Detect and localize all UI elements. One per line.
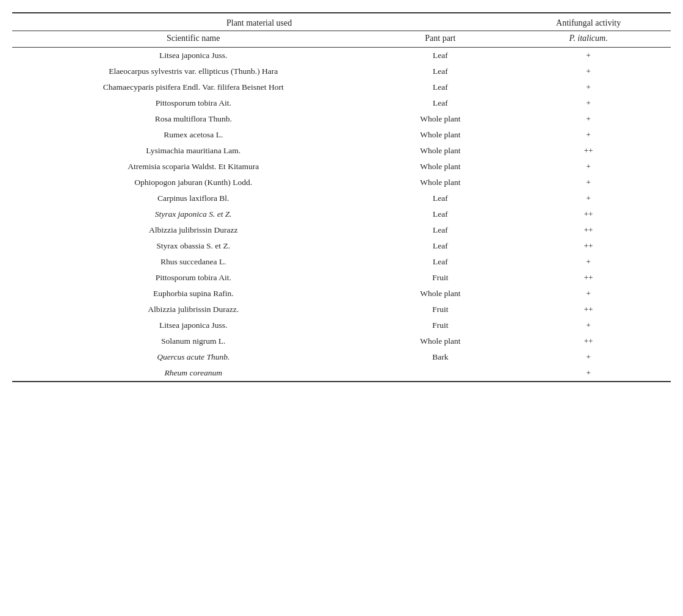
plant-part-cell: Whole plant — [374, 333, 506, 349]
plant-part-cell: Whole plant — [374, 286, 506, 302]
plant-part-cell: Fruit — [374, 270, 506, 286]
scientific-name-cell: Carpinus laxiflora Bl. — [12, 190, 374, 206]
scientific-name-cell: Atremisia scoparia Waldst. Et Kitamura — [12, 159, 374, 175]
table-row: Pittosporum tobira Ait.Fruit++ — [12, 270, 671, 286]
scientific-name-cell: Rumex acetosa L. — [12, 127, 374, 143]
table-footer — [12, 381, 671, 382]
plant-part-cell: Leaf — [374, 238, 506, 254]
scientific-name-cell: Lysimachia mauritiana Lam. — [12, 143, 374, 159]
table-body: Litsea japonica Juss.Leaf+Elaeocarpus sy… — [12, 48, 671, 381]
scientific-name-cell: Rosa multiflora Thunb. — [12, 111, 374, 127]
table-row: Pittosporum tobira Ait.Leaf+ — [12, 95, 671, 111]
table-row: Albizzia julibrissin DurazzLeaf++ — [12, 222, 671, 238]
table-row: Litsea japonica Juss.Fruit+ — [12, 317, 671, 333]
activity-cell: + — [506, 159, 671, 175]
table-row: Quercus acute Thunb.Bark+ — [12, 349, 671, 365]
header-row-columns: Scientific name Pant part P. italicum. — [12, 31, 671, 48]
table-row: Lysimachia mauritiana Lam.Whole plant++ — [12, 143, 671, 159]
table-row: Ophiopogon jaburan (Kunth) Lodd.Whole pl… — [12, 175, 671, 190]
scientific-name-cell: Rheum coreanum — [12, 365, 374, 381]
activity-cell: + — [506, 175, 671, 190]
plant-part-cell: Fruit — [374, 317, 506, 333]
table-row: Chamaecyparis pisifera Endl. Var. filife… — [12, 79, 671, 95]
table-row: Rosa multiflora Thunb.Whole plant+ — [12, 111, 671, 127]
table-row: Albizzia julibrissin Durazz.Fruit++ — [12, 302, 671, 317]
activity-cell: ++ — [506, 333, 671, 349]
scientific-name-header: Scientific name — [12, 31, 374, 48]
scientific-name-cell: Pittosporum tobira Ait. — [12, 270, 374, 286]
scientific-name-cell: Litsea japonica Juss. — [12, 48, 374, 63]
plant-part-cell: Bark — [374, 349, 506, 365]
activity-cell: + — [506, 317, 671, 333]
activity-cell: + — [506, 127, 671, 143]
table-row: Atremisia scoparia Waldst. Et KitamuraWh… — [12, 159, 671, 175]
activity-cell: + — [506, 63, 671, 79]
scientific-name-cell: Albizzia julibrissin Durazz. — [12, 302, 374, 317]
activity-cell: + — [506, 48, 671, 63]
scientific-name-cell: Solanum nigrum L. — [12, 333, 374, 349]
table-row: Styrax obassia S. et Z.Leaf++ — [12, 238, 671, 254]
scientific-name-cell: Styrax japonica S. et Z. — [12, 206, 374, 222]
activity-cell: ++ — [506, 302, 671, 317]
scientific-name-cell: Rhus succedanea L. — [12, 254, 374, 270]
scientific-name-cell: Quercus acute Thunb. — [12, 349, 374, 365]
table-row: Solanum nigrum L.Whole plant++ — [12, 333, 671, 349]
plant-part-cell: Leaf — [374, 95, 506, 111]
activity-cell: + — [506, 349, 671, 365]
scientific-name-cell: Ophiopogon jaburan (Kunth) Lodd. — [12, 175, 374, 190]
scientific-name-cell: Styrax obassia S. et Z. — [12, 238, 374, 254]
scientific-name-cell: Elaeocarpus sylvestris var. ellipticus (… — [12, 63, 374, 79]
plant-part-cell: Whole plant — [374, 111, 506, 127]
activity-cell: + — [506, 254, 671, 270]
plant-part-cell — [374, 365, 506, 381]
antifungal-header: Antifungal activity — [506, 13, 671, 31]
activity-cell: + — [506, 365, 671, 381]
activity-cell: ++ — [506, 270, 671, 286]
plant-part-cell: Whole plant — [374, 143, 506, 159]
activity-cell: ++ — [506, 238, 671, 254]
main-table-container: Plant material used Antifungal activity … — [12, 12, 671, 382]
plant-part-cell: Whole plant — [374, 127, 506, 143]
table-row: Litsea japonica Juss.Leaf+ — [12, 48, 671, 63]
table-row: Styrax japonica S. et Z.Leaf++ — [12, 206, 671, 222]
table-row: Rheum coreanum+ — [12, 365, 671, 381]
plant-part-header: Pant part — [374, 31, 506, 48]
activity-cell: ++ — [506, 143, 671, 159]
plant-part-cell: Leaf — [374, 206, 506, 222]
plant-part-cell: Leaf — [374, 63, 506, 79]
plant-part-cell: Leaf — [374, 190, 506, 206]
plant-part-cell: Fruit — [374, 302, 506, 317]
plant-part-cell: Whole plant — [374, 159, 506, 175]
table-row: Rhus succedanea L.Leaf+ — [12, 254, 671, 270]
activity-cell: + — [506, 79, 671, 95]
plant-part-cell: Leaf — [374, 254, 506, 270]
plant-material-header: Plant material used — [12, 13, 506, 31]
plant-part-cell: Leaf — [374, 79, 506, 95]
table-row: Euphorbia supina Rafin.Whole plant+ — [12, 286, 671, 302]
activity-cell: + — [506, 190, 671, 206]
header-row-section: Plant material used Antifungal activity — [12, 13, 671, 31]
activity-cell: + — [506, 286, 671, 302]
activity-cell: ++ — [506, 206, 671, 222]
activity-cell: + — [506, 111, 671, 127]
plant-part-cell: Whole plant — [374, 175, 506, 190]
activity-header: P. italicum. — [506, 31, 671, 48]
table-row: Rumex acetosa L.Whole plant+ — [12, 127, 671, 143]
data-table: Plant material used Antifungal activity … — [12, 13, 671, 382]
scientific-name-cell: Euphorbia supina Rafin. — [12, 286, 374, 302]
plant-part-cell: Leaf — [374, 48, 506, 63]
activity-cell: ++ — [506, 222, 671, 238]
activity-cell: + — [506, 95, 671, 111]
table-row: Carpinus laxiflora Bl.Leaf+ — [12, 190, 671, 206]
scientific-name-cell: Albizzia julibrissin Durazz — [12, 222, 374, 238]
scientific-name-cell: Litsea japonica Juss. — [12, 317, 374, 333]
scientific-name-cell: Pittosporum tobira Ait. — [12, 95, 374, 111]
plant-part-cell: Leaf — [374, 222, 506, 238]
scientific-name-cell: Chamaecyparis pisifera Endl. Var. filife… — [12, 79, 374, 95]
table-row: Elaeocarpus sylvestris var. ellipticus (… — [12, 63, 671, 79]
